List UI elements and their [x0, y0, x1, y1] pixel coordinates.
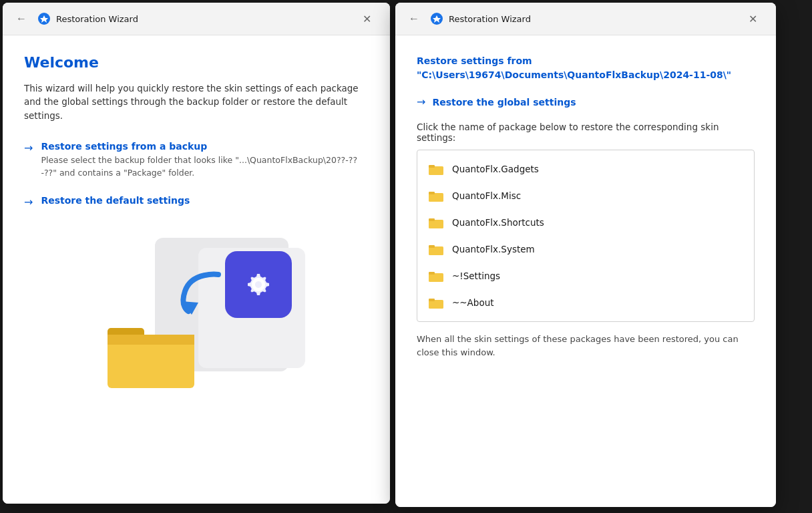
right-window: ← Restoration Wizard ✕ Restore settings …	[395, 3, 776, 507]
package-name: QuantoFlx.Gadgets	[452, 164, 539, 174]
folder-icon	[428, 242, 444, 256]
package-item[interactable]: QuantoFlx.System	[417, 236, 754, 263]
left-title: Restoration Wizard	[56, 14, 351, 24]
left-window: ← Restoration Wizard ✕ Welcome This wiza…	[3, 3, 390, 504]
packages-label: Click the name of package below to resto…	[417, 122, 755, 143]
back-icon-right: ←	[409, 13, 419, 25]
back-button[interactable]: ←	[11, 8, 32, 29]
close-button-right[interactable]: ✕	[737, 8, 768, 29]
option2-content: Restore the default settings	[41, 195, 190, 208]
app-icon-right	[430, 12, 443, 25]
welcome-description: This wizard will help you quickly restor…	[24, 81, 369, 122]
folder-icon	[428, 269, 444, 283]
back-button-right[interactable]: ←	[403, 8, 425, 29]
illustration	[24, 224, 369, 398]
package-name: QuantoFlx.Misc	[452, 190, 521, 201]
folder-illustration-icon	[104, 311, 198, 391]
folder-icon	[428, 296, 444, 309]
svg-rect-7	[429, 165, 435, 168]
footer-note: When all the skin settings of these pack…	[417, 333, 755, 359]
package-item[interactable]: ~~About	[417, 289, 754, 316]
svg-rect-17	[429, 299, 435, 301]
option1-content: Restore settings from a backup Please se…	[41, 141, 369, 180]
gs-arrow-icon: →	[417, 96, 425, 108]
option2-arrow-icon: →	[24, 196, 33, 208]
close-button-left[interactable]: ✕	[351, 8, 382, 29]
package-item[interactable]: QuantoFlx.Shortcuts	[417, 209, 754, 236]
gear-icon	[238, 265, 278, 305]
package-name: ~~About	[452, 297, 494, 308]
option1-title: Restore settings from a backup	[41, 141, 369, 152]
svg-rect-13	[429, 245, 435, 248]
svg-rect-9	[429, 192, 435, 194]
package-item[interactable]: QuantoFlx.Gadgets	[417, 156, 754, 182]
package-item[interactable]: QuantoFlx.Misc	[417, 182, 754, 209]
option1-desc: Please select the backup folder that loo…	[41, 154, 369, 180]
right-content: Restore settings from "C:\Users\19674\Do…	[395, 35, 776, 507]
packages-list: QuantoFlx.Gadgets QuantoFlx.Misc QuantoF…	[417, 150, 755, 322]
option1-arrow-icon: →	[24, 142, 33, 154]
left-titlebar: ← Restoration Wizard ✕	[3, 3, 390, 35]
folder-icon	[428, 189, 444, 202]
svg-rect-4	[108, 335, 194, 345]
right-titlebar: ← Restoration Wizard ✕	[395, 3, 776, 35]
app-icon	[37, 12, 51, 25]
package-name: QuantoFlx.Shortcuts	[452, 217, 544, 228]
gear-box	[225, 251, 292, 318]
option-backup[interactable]: → Restore settings from a backup Please …	[24, 141, 369, 180]
welcome-heading: Welcome	[24, 54, 369, 71]
package-item[interactable]: ~!Settings	[417, 263, 754, 289]
option2-title: Restore the default settings	[41, 195, 190, 206]
folder-icon	[428, 162, 444, 176]
close-icon-right: ✕	[749, 13, 757, 25]
restore-path: Restore settings from "C:\Users\19674\Do…	[417, 54, 755, 82]
folder-icon	[428, 216, 444, 229]
option-default[interactable]: → Restore the default settings	[24, 195, 369, 208]
left-content: Welcome This wizard will help you quickl…	[3, 35, 390, 504]
gs-label: Restore the global settings	[432, 97, 576, 108]
svg-rect-15	[429, 272, 435, 275]
back-icon: ←	[16, 13, 27, 25]
svg-rect-11	[429, 218, 435, 221]
right-title: Restoration Wizard	[449, 14, 737, 24]
package-name: QuantoFlx.System	[452, 244, 535, 254]
global-settings-option[interactable]: → Restore the global settings	[417, 96, 755, 108]
close-icon-left: ✕	[363, 13, 371, 25]
package-name: ~!Settings	[452, 271, 500, 281]
